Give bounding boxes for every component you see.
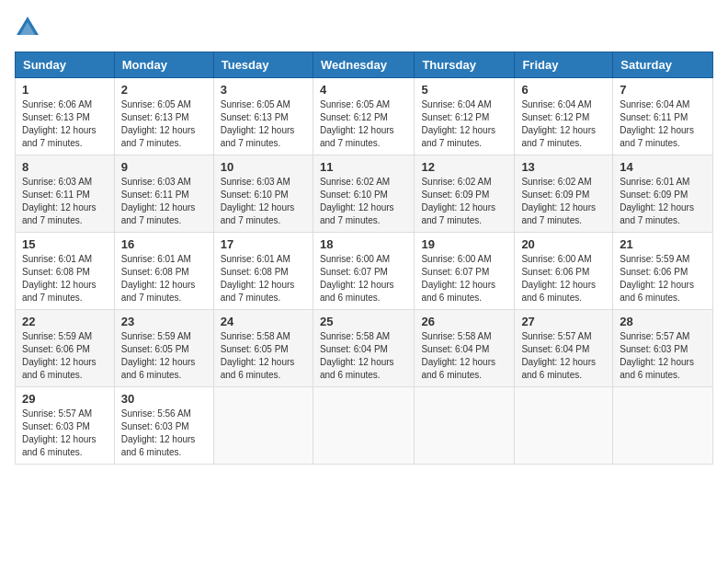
calendar-cell: 8 Sunrise: 6:03 AMSunset: 6:11 PMDayligh… <box>16 155 115 233</box>
calendar-cell: 28 Sunrise: 5:57 AMSunset: 6:03 PMDaylig… <box>613 310 713 387</box>
cell-content: Sunrise: 5:57 AMSunset: 6:04 PMDaylight:… <box>521 330 606 382</box>
day-number: 10 <box>221 160 306 174</box>
day-number: 6 <box>521 83 606 97</box>
calendar-cell: 5 Sunrise: 6:04 AMSunset: 6:12 PMDayligh… <box>415 78 515 155</box>
cell-content: Sunrise: 6:03 AMSunset: 6:11 PMDaylight:… <box>22 176 108 227</box>
logo <box>15 15 44 40</box>
cell-content: Sunrise: 5:56 AMSunset: 6:03 PMDaylight:… <box>121 408 207 459</box>
calendar-cell <box>213 387 313 465</box>
day-number: 3 <box>221 83 306 97</box>
calendar-cell: 3 Sunrise: 6:05 AMSunset: 6:13 PMDayligh… <box>213 78 313 155</box>
calendar-cell: 2 Sunrise: 6:05 AMSunset: 6:13 PMDayligh… <box>114 78 213 155</box>
calendar-cell <box>313 387 414 465</box>
day-number: 11 <box>320 160 407 174</box>
cell-content: Sunrise: 5:57 AMSunset: 6:03 PMDaylight:… <box>620 330 706 382</box>
weekday-header-wednesday: Wednesday <box>313 52 414 78</box>
day-number: 25 <box>320 315 407 328</box>
calendar-cell: 25 Sunrise: 5:58 AMSunset: 6:04 PMDaylig… <box>313 310 414 387</box>
day-number: 14 <box>620 160 706 174</box>
cell-content: Sunrise: 6:02 AMSunset: 6:10 PMDaylight:… <box>320 176 407 227</box>
cell-content: Sunrise: 6:05 AMSunset: 6:13 PMDaylight:… <box>221 98 306 150</box>
calendar-cell: 1 Sunrise: 6:06 AMSunset: 6:13 PMDayligh… <box>16 78 115 155</box>
cell-content: Sunrise: 6:02 AMSunset: 6:09 PMDaylight:… <box>421 176 507 227</box>
calendar-week-2: 8 Sunrise: 6:03 AMSunset: 6:11 PMDayligh… <box>16 155 713 233</box>
cell-content: Sunrise: 6:00 AMSunset: 6:07 PMDaylight:… <box>421 253 507 304</box>
weekday-header-friday: Friday <box>515 52 613 78</box>
calendar-cell: 23 Sunrise: 5:59 AMSunset: 6:05 PMDaylig… <box>114 310 213 387</box>
calendar-cell: 18 Sunrise: 6:00 AMSunset: 6:07 PMDaylig… <box>313 233 414 310</box>
cell-content: Sunrise: 6:00 AMSunset: 6:07 PMDaylight:… <box>320 253 407 304</box>
weekday-header-saturday: Saturday <box>613 52 713 78</box>
day-number: 5 <box>421 83 507 97</box>
cell-content: Sunrise: 6:03 AMSunset: 6:11 PMDaylight:… <box>121 176 207 227</box>
cell-content: Sunrise: 5:58 AMSunset: 6:04 PMDaylight:… <box>320 330 407 382</box>
weekday-header-sunday: Sunday <box>16 52 115 78</box>
day-number: 1 <box>22 83 108 97</box>
cell-content: Sunrise: 6:01 AMSunset: 6:09 PMDaylight:… <box>620 176 706 227</box>
calendar-cell: 20 Sunrise: 6:00 AMSunset: 6:06 PMDaylig… <box>515 233 613 310</box>
calendar-cell: 6 Sunrise: 6:04 AMSunset: 6:12 PMDayligh… <box>515 78 613 155</box>
day-number: 12 <box>421 160 507 174</box>
calendar-cell: 7 Sunrise: 6:04 AMSunset: 6:11 PMDayligh… <box>613 78 713 155</box>
calendar-cell: 16 Sunrise: 6:01 AMSunset: 6:08 PMDaylig… <box>114 233 213 310</box>
day-number: 2 <box>121 83 207 97</box>
calendar-cell: 21 Sunrise: 5:59 AMSunset: 6:06 PMDaylig… <box>613 233 713 310</box>
weekday-header-thursday: Thursday <box>415 52 515 78</box>
day-number: 19 <box>421 237 507 251</box>
day-number: 30 <box>121 392 207 406</box>
day-number: 4 <box>320 83 407 97</box>
day-number: 17 <box>221 237 306 251</box>
calendar-cell: 15 Sunrise: 6:01 AMSunset: 6:08 PMDaylig… <box>16 233 115 310</box>
calendar-cell: 26 Sunrise: 5:58 AMSunset: 6:04 PMDaylig… <box>415 310 515 387</box>
calendar-cell: 4 Sunrise: 6:05 AMSunset: 6:12 PMDayligh… <box>313 78 414 155</box>
cell-content: Sunrise: 5:59 AMSunset: 6:05 PMDaylight:… <box>121 330 207 382</box>
cell-content: Sunrise: 6:05 AMSunset: 6:12 PMDaylight:… <box>320 98 407 150</box>
cell-content: Sunrise: 5:57 AMSunset: 6:03 PMDaylight:… <box>22 408 108 459</box>
calendar-table: SundayMondayTuesdayWednesdayThursdayFrid… <box>15 52 713 465</box>
day-number: 22 <box>22 315 108 328</box>
cell-content: Sunrise: 6:04 AMSunset: 6:12 PMDaylight:… <box>521 98 606 150</box>
cell-content: Sunrise: 6:00 AMSunset: 6:06 PMDaylight:… <box>521 253 606 304</box>
cell-content: Sunrise: 6:01 AMSunset: 6:08 PMDaylight:… <box>221 253 306 304</box>
calendar-cell: 19 Sunrise: 6:00 AMSunset: 6:07 PMDaylig… <box>415 233 515 310</box>
logo-icon <box>15 15 40 40</box>
day-number: 18 <box>320 237 407 251</box>
calendar-cell <box>613 387 713 465</box>
calendar-week-4: 22 Sunrise: 5:59 AMSunset: 6:06 PMDaylig… <box>16 310 713 387</box>
calendar-cell <box>415 387 515 465</box>
calendar-cell: 22 Sunrise: 5:59 AMSunset: 6:06 PMDaylig… <box>16 310 115 387</box>
calendar-cell: 30 Sunrise: 5:56 AMSunset: 6:03 PMDaylig… <box>114 387 213 465</box>
day-number: 27 <box>521 315 606 328</box>
calendar-week-1: 1 Sunrise: 6:06 AMSunset: 6:13 PMDayligh… <box>16 78 713 155</box>
calendar-week-5: 29 Sunrise: 5:57 AMSunset: 6:03 PMDaylig… <box>16 387 713 465</box>
calendar-cell: 11 Sunrise: 6:02 AMSunset: 6:10 PMDaylig… <box>313 155 414 233</box>
day-number: 28 <box>620 315 706 328</box>
calendar-cell: 12 Sunrise: 6:02 AMSunset: 6:09 PMDaylig… <box>415 155 515 233</box>
calendar-cell: 24 Sunrise: 5:58 AMSunset: 6:05 PMDaylig… <box>213 310 313 387</box>
calendar-cell: 17 Sunrise: 6:01 AMSunset: 6:08 PMDaylig… <box>213 233 313 310</box>
calendar-cell: 10 Sunrise: 6:03 AMSunset: 6:10 PMDaylig… <box>213 155 313 233</box>
calendar-body: 1 Sunrise: 6:06 AMSunset: 6:13 PMDayligh… <box>16 78 713 465</box>
day-number: 29 <box>22 392 108 406</box>
day-number: 13 <box>521 160 606 174</box>
cell-content: Sunrise: 5:59 AMSunset: 6:06 PMDaylight:… <box>22 330 108 382</box>
cell-content: Sunrise: 6:04 AMSunset: 6:12 PMDaylight:… <box>421 98 507 150</box>
calendar-cell: 29 Sunrise: 5:57 AMSunset: 6:03 PMDaylig… <box>16 387 115 465</box>
calendar-cell: 27 Sunrise: 5:57 AMSunset: 6:04 PMDaylig… <box>515 310 613 387</box>
weekday-header-monday: Monday <box>114 52 213 78</box>
day-number: 8 <box>22 160 108 174</box>
calendar-week-3: 15 Sunrise: 6:01 AMSunset: 6:08 PMDaylig… <box>16 233 713 310</box>
cell-content: Sunrise: 5:58 AMSunset: 6:05 PMDaylight:… <box>221 330 306 382</box>
cell-content: Sunrise: 6:01 AMSunset: 6:08 PMDaylight:… <box>22 253 108 304</box>
cell-content: Sunrise: 6:02 AMSunset: 6:09 PMDaylight:… <box>521 176 606 227</box>
calendar-header: SundayMondayTuesdayWednesdayThursdayFrid… <box>16 52 713 78</box>
day-number: 26 <box>421 315 507 328</box>
calendar-cell: 9 Sunrise: 6:03 AMSunset: 6:11 PMDayligh… <box>114 155 213 233</box>
cell-content: Sunrise: 6:04 AMSunset: 6:11 PMDaylight:… <box>620 98 706 150</box>
calendar-cell: 13 Sunrise: 6:02 AMSunset: 6:09 PMDaylig… <box>515 155 613 233</box>
cell-content: Sunrise: 6:05 AMSunset: 6:13 PMDaylight:… <box>121 98 207 150</box>
cell-content: Sunrise: 5:58 AMSunset: 6:04 PMDaylight:… <box>421 330 507 382</box>
day-number: 15 <box>22 237 108 251</box>
cell-content: Sunrise: 6:06 AMSunset: 6:13 PMDaylight:… <box>22 98 108 150</box>
day-number: 23 <box>121 315 207 328</box>
